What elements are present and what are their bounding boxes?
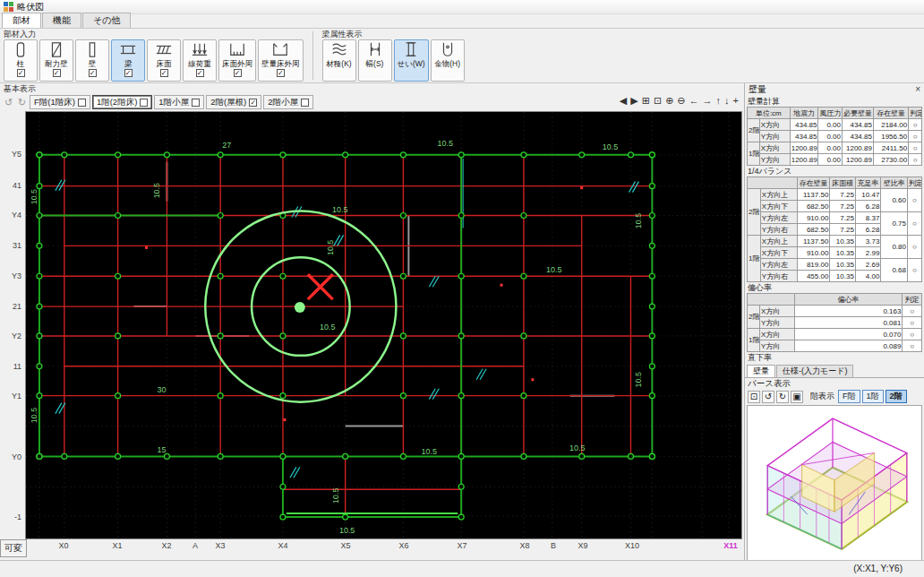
part-button-label: 線荷重 [188,59,211,68]
part-checkbox-線荷重[interactable]: ✓ [196,69,204,77]
snapshot-icon[interactable]: ▣ [791,391,803,403]
part-button-壁[interactable]: 壁✓ [75,39,109,82]
ecc-floor-cell: 2階 [748,306,760,329]
floor-tab-1階(2階床)[interactable]: 1階(2階床) [92,95,152,109]
undo-icon[interactable]: ↺ [762,391,774,403]
menu-tab-部材[interactable]: 部材 [2,13,41,28]
panel-tab-仕様-(入力モード)[interactable]: 仕様-(入力モード) [776,365,853,377]
prev-floor-icon[interactable]: ◀ [620,94,627,107]
part-button-床面外周[interactable]: 床面外周✓ [218,39,256,82]
floor-tab-2階小屋[interactable]: 2階小屋 [263,95,313,109]
balance-direction-cell: Y方向右 [760,271,797,282]
floor-tab-1階小屋[interactable]: 1階小屋 [154,95,204,109]
attr-button-材種(K)[interactable]: 材種(K) [322,39,356,82]
part-checkbox-床面外周[interactable]: ✓ [234,69,242,77]
part-checkbox-梁[interactable]: ✓ [124,69,133,77]
balance-direction-cell: X方向上 [760,189,797,201]
part-checkbox-壁量床外周[interactable]: ✓ [277,69,285,77]
floor-tab-checkbox[interactable] [301,99,309,107]
dimension-labels-layer: 2710.510.510.510.510.510.510.510.510.510… [30,139,643,535]
part-checkbox-柱[interactable]: ✓ [17,69,25,77]
variable-button[interactable]: 可変 [0,539,27,557]
floor-tab-F階(1階床)[interactable]: F階(1階床) [30,95,90,109]
pan-right-icon[interactable]: → [703,94,713,107]
menu-tab-その他[interactable]: その他 [82,13,131,28]
attr-buttons: 材種(K)幅(S)せい(W)金物(H) [322,39,465,82]
fit-view-icon[interactable]: ⊡ [748,391,760,403]
material-icon [329,41,349,59]
balance-area-cell: 10.35 [830,259,856,271]
eccentricity-row: 1階X方向0.070○ [748,329,922,340]
dimension-label: 10.5 [634,372,643,387]
perspective-view[interactable] [747,405,922,560]
panel-tab-壁量[interactable]: 壁量 [747,365,775,377]
floor-display-button-1階[interactable]: 1階 [862,390,884,403]
part-checkbox-耐力壁[interactable]: ✓ [53,69,61,77]
zoom-out-icon[interactable]: ⊖ [677,94,685,107]
pan-down-icon[interactable]: ↓ [724,94,730,107]
part-button-壁量床外周[interactable]: 壁量床外周✓ [258,39,304,82]
balance-existing-cell: 1137.50 [797,236,829,247]
pan-up-icon[interactable]: ↑ [716,94,722,107]
attr-button-せい(W)[interactable]: せい(W) [394,39,429,82]
calc-judge-cell: ○ [909,142,922,154]
attr-button-label: 金物(H) [434,59,460,68]
part-checkbox-壁[interactable]: ✓ [89,69,97,77]
zoom-in-icon[interactable]: ⊕ [665,94,673,107]
part-button-柱[interactable]: 柱✓ [4,39,38,82]
floor-tab-checkbox[interactable] [78,99,86,107]
drawing-canvas[interactable]: 2710.510.510.510.510.510.510.510.510.510… [25,111,742,539]
pan-left-icon[interactable]: ← [689,94,699,107]
calc-floor-cell: 2階 [748,119,760,142]
balance-area-cell: 7.25 [830,189,856,201]
undo-icon[interactable]: ↺ [3,97,14,108]
toolbar: 部材入力 柱✓耐力壁✓壁✓梁✓床面✓線荷重✓床面外周✓壁量床外周✓ 梁属性表示 … [0,29,924,83]
column-icon [11,41,30,59]
part-button-床面[interactable]: 床面✓ [147,39,181,82]
app-window: 略伏図 部材機能その他 部材入力 柱✓耐力壁✓壁✓梁✓床面✓線荷重✓床面外周✓壁… [0,0,924,577]
part-button-梁[interactable]: 梁✓ [111,39,145,82]
y-axis-label-Y5: Y5 [12,150,21,159]
floor-tab-row: ↺↻F階(1階床)1階(2階床)1階小屋2階(屋根)✓2階小屋 [3,94,313,110]
part-button-耐力壁[interactable]: 耐力壁✓ [39,39,73,82]
redo-icon[interactable]: ↻ [776,391,789,403]
part-input-group: 部材入力 柱✓耐力壁✓壁✓梁✓床面✓線荷重✓床面外周✓壁量床外周✓ [4,30,304,82]
toolbar-separator [312,31,313,80]
canvas-panel: 基本表示 ↺↻F階(1階床)1階(2階床)1階小屋2階(屋根)✓2階小屋 ◀▶⊞… [0,83,745,560]
attr-button-金物(H)[interactable]: 金物(H) [431,39,465,82]
zoom-fit-icon[interactable]: ⊡ [654,94,662,107]
dimension-label: 10.5 [634,213,643,228]
next-floor-icon[interactable]: ▶ [630,94,637,107]
floor-display-button-2階[interactable]: 2階 [886,390,907,403]
eccentricity-title: 偏心率 [745,282,924,293]
part-button-label: 壁量床外周 [261,59,300,68]
part-button-線荷重[interactable]: 線荷重✓ [183,39,217,82]
attr-button-幅(S)[interactable]: 幅(S) [358,39,392,82]
floor-tab-checkbox[interactable] [192,99,200,107]
dimension-label: 10.5 [152,183,161,198]
perspective-3d-view [748,406,921,560]
eccentricity-row: 2階X方向0.163○ [748,306,922,317]
y-axis-label-Y1: Y1 [12,392,21,400]
menu-tab-機能[interactable]: 機能 [42,13,81,28]
calc-existing-cell: 2184.00 [873,119,908,131]
floor-display-button-F階[interactable]: F階 [838,390,860,403]
x-axis-label-B: B [551,541,556,550]
floor-plan-drawing[interactable]: 2710.510.510.510.510.510.510.510.510.510… [26,112,741,538]
floor-tab-checkbox[interactable]: ✓ [249,99,257,107]
ecc-judge-cell: ○ [903,306,922,317]
floor-tab-checkbox[interactable] [140,99,148,107]
calc-header-風圧力: 風圧力 [818,108,842,119]
ecc-judge-cell: ○ [903,340,922,352]
balance-header-床面積: 床面積 [830,177,856,189]
dimension-label: 27 [222,141,231,150]
redo-icon[interactable]: ↻ [16,97,28,108]
floor-tab-2階(屋根)[interactable]: 2階(屋根)✓ [206,95,261,109]
close-icon[interactable]: × [915,84,920,95]
floor-tab-label: 2階小屋 [268,97,298,108]
calc-wind-cell: 0.00 [818,131,842,142]
fit-window-icon[interactable]: ⊞ [642,94,650,107]
balance-ratio-cell: 0.68 [881,259,908,282]
part-checkbox-床面[interactable]: ✓ [160,69,168,77]
zoom-plus-icon[interactable]: + [733,94,739,107]
